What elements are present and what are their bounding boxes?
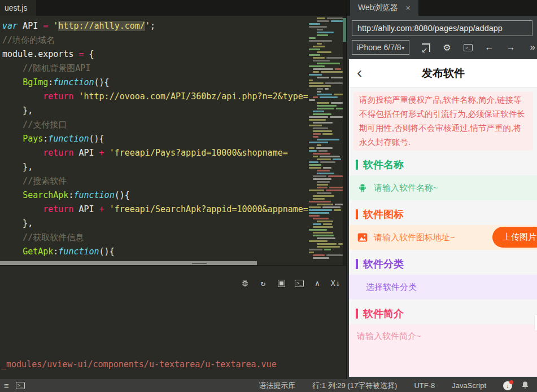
console-toggle-icon[interactable]: >_ bbox=[16, 382, 25, 389]
restart-icon[interactable]: ↻ bbox=[258, 278, 268, 288]
app-icon-placeholder: 请输入软件图标地址~ bbox=[374, 232, 455, 243]
code-line[interactable]: SearchApk:function(){ bbox=[2, 188, 308, 202]
minimap-line bbox=[308, 153, 343, 155]
minimap-line bbox=[308, 147, 343, 149]
minimap-line bbox=[308, 158, 343, 160]
minimap-line bbox=[308, 156, 343, 157]
code-line[interactable]: }, bbox=[2, 160, 308, 174]
back-arrow-icon[interactable]: ← bbox=[485, 42, 494, 52]
minimap-line bbox=[308, 85, 343, 87]
encoding-status[interactable]: UTF-8 bbox=[414, 381, 435, 390]
minimap-line bbox=[308, 122, 343, 124]
minimap-line bbox=[308, 136, 343, 138]
minimap-line bbox=[308, 178, 343, 180]
stop-icon[interactable] bbox=[276, 278, 286, 288]
code-line[interactable]: return 'http://ovooa.com/API/360bz/api.p… bbox=[2, 90, 308, 104]
minimap-line bbox=[308, 221, 343, 222]
close-icon[interactable]: × bbox=[406, 3, 411, 12]
code-line[interactable]: //搜索软件 bbox=[2, 174, 308, 188]
bell-icon[interactable] bbox=[521, 381, 529, 391]
console-line[interactable]: _modules/uview-ui/components/u-textarea/… bbox=[1, 357, 277, 372]
minimap-line bbox=[308, 170, 343, 171]
minimap-line bbox=[308, 68, 343, 70]
device-select[interactable]: iPhone 6/7/8 ▾ bbox=[352, 40, 409, 55]
code-editor[interactable]: var API = 'http://ahlly.com/';//填你的域名mod… bbox=[0, 16, 308, 261]
code-line[interactable]: module.exports = { bbox=[2, 47, 308, 61]
minimap-line bbox=[308, 127, 343, 129]
more-icon[interactable]: » bbox=[530, 42, 535, 53]
code-line[interactable]: //填你的域名 bbox=[2, 33, 308, 47]
editor-tab-label: uest.js bbox=[5, 3, 27, 12]
syntax-library-status[interactable]: 语法提示库 bbox=[259, 381, 295, 391]
minimap-line bbox=[308, 133, 343, 135]
url-text: http://ahlly.com:8080/pages/app/addapp bbox=[357, 24, 503, 33]
collapse-icon[interactable]: ∧ bbox=[312, 278, 322, 288]
language-status[interactable]: JavaScript bbox=[452, 381, 486, 390]
minimap-line bbox=[308, 34, 343, 36]
app-name-placeholder: 请输入软件名称~ bbox=[374, 183, 438, 193]
minimap-line bbox=[308, 246, 343, 248]
cursor-position-status[interactable]: 行:1 列:29 (17字符被选择) bbox=[312, 381, 397, 391]
update-icon[interactable]: ↓ bbox=[503, 381, 512, 390]
devtools-icon[interactable]: >_ bbox=[464, 44, 473, 51]
upload-image-button[interactable]: 上传图片 bbox=[492, 227, 537, 248]
minimap-line bbox=[308, 96, 343, 98]
gear-icon[interactable]: ⚙ bbox=[443, 42, 451, 53]
app-name-input[interactable]: 请输入软件名称~ bbox=[349, 175, 537, 200]
code-line[interactable]: GetApk:function(){ bbox=[2, 245, 308, 259]
new-terminal-icon[interactable]: >_ bbox=[294, 278, 304, 288]
forward-arrow-icon[interactable]: → bbox=[507, 42, 516, 52]
browser-tab-label: Web浏览器 bbox=[358, 3, 398, 13]
code-line[interactable]: //获取软件信息 bbox=[2, 231, 308, 245]
notification-dot bbox=[509, 380, 513, 384]
page-navbar: ‹ 发布软件 bbox=[349, 59, 537, 87]
minimap-line bbox=[308, 116, 343, 118]
minimap-line bbox=[308, 88, 343, 90]
app-icon-input[interactable]: 请输入软件图标地址~ 上传图片 bbox=[349, 225, 537, 250]
chevron-down-icon: ▾ bbox=[401, 45, 404, 51]
page-title: 发布软件 bbox=[422, 66, 465, 81]
minimap-line bbox=[308, 181, 343, 183]
minimap-line bbox=[308, 46, 343, 47]
minimap-line bbox=[308, 119, 343, 121]
minimap-line bbox=[308, 71, 343, 73]
code-line[interactable]: //随机背景图API bbox=[2, 61, 308, 76]
code-line[interactable]: //支付接口 bbox=[2, 118, 308, 132]
code-line[interactable]: BgImg:function(){ bbox=[2, 76, 308, 90]
code-line[interactable]: Pays:function(){ bbox=[2, 132, 308, 146]
minimap-line bbox=[308, 20, 343, 22]
code-line[interactable]: }, bbox=[2, 217, 308, 231]
code-line[interactable]: var API = 'http://ahlly.com/'; bbox=[2, 19, 308, 33]
back-chevron-icon[interactable]: ‹ bbox=[357, 63, 362, 83]
code-line[interactable]: return API + 'freeapi/SearchApk?appid=10… bbox=[2, 202, 308, 217]
resize-window-icon[interactable]: ↙ bbox=[422, 43, 430, 52]
minimap-line bbox=[308, 130, 343, 132]
hscroll-thumb[interactable] bbox=[0, 261, 257, 265]
minimap-line bbox=[308, 74, 343, 76]
debug-icon[interactable] bbox=[240, 278, 250, 288]
code-lines: var API = 'http://ahlly.com/';//填你的域名mod… bbox=[2, 19, 308, 259]
clear-icon[interactable]: X↓ bbox=[330, 278, 340, 288]
minimap-line bbox=[308, 77, 343, 78]
category-select[interactable]: 选择软件分类 bbox=[349, 275, 537, 299]
section-title: 软件图标 bbox=[363, 208, 404, 221]
console-pane: ↻ >_ ∧ X↓ _modules/uview-ui/components/u… bbox=[0, 265, 346, 379]
page-scrollbar[interactable] bbox=[535, 314, 537, 331]
editor-horizontal-scrollbar[interactable] bbox=[0, 261, 308, 265]
minimap-line bbox=[308, 184, 343, 186]
minimap-line bbox=[308, 102, 343, 104]
minimap[interactable] bbox=[308, 16, 343, 265]
url-input[interactable]: http://ahlly.com:8080/pages/app/addapp bbox=[352, 20, 532, 36]
minimap-line bbox=[308, 125, 343, 126]
intro-textarea[interactable]: 请输入软件简介~ bbox=[349, 324, 537, 377]
browser-tab[interactable]: Web浏览器 × bbox=[350, 0, 418, 16]
code-line[interactable]: }, bbox=[2, 104, 308, 118]
editor-tab-request-js[interactable]: uest.js bbox=[0, 0, 36, 16]
editor-tabbar: uest.js bbox=[0, 0, 346, 16]
code-line[interactable]: return API + 'freeapi/Pays?appid=10000&s… bbox=[2, 146, 308, 160]
minimap-line bbox=[308, 192, 343, 194]
section-header-intro: 软件简介 bbox=[356, 308, 531, 319]
menu-icon[interactable]: ≡ bbox=[4, 381, 9, 390]
section-title: 软件名称 bbox=[363, 158, 404, 171]
minimap-line bbox=[308, 195, 343, 197]
